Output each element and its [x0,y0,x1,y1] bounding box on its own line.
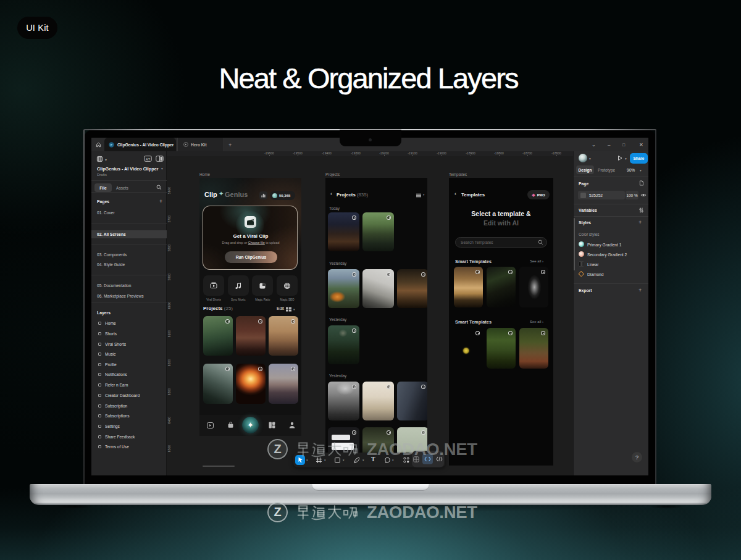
svg-text:A?: A? [146,157,151,161]
